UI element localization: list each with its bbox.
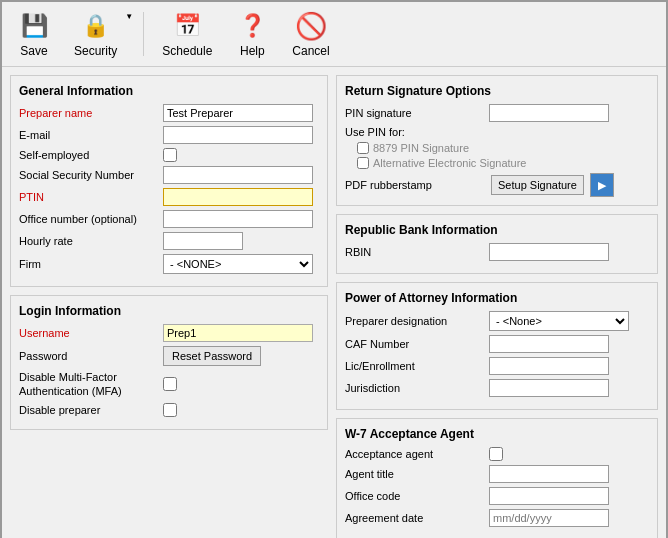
right-panel: Return Signature Options PIN signature U… [336,75,658,538]
help-button[interactable]: ❓ Help [228,6,276,62]
security-label: Security [74,44,117,58]
caf-label: CAF Number [345,338,485,350]
rbin-label: RBIN [345,246,485,258]
return-sig-title: Return Signature Options [345,84,649,98]
disable-preparer-row: Disable preparer [19,403,319,417]
pin-row: PIN signature [345,104,649,122]
w7-agent-label: Acceptance agent [345,448,485,460]
mfa-checkbox[interactable] [163,377,177,391]
mfa-label: Disable Multi-Factor Authentication (MFA… [19,370,159,399]
password-row: Password Reset Password [19,346,319,366]
ptin-input[interactable] [163,188,313,206]
login-section: Login Information Username Password Rese… [10,295,328,430]
save-label: Save [20,44,47,58]
option-alt-label: Alternative Electronic Signature [373,157,526,169]
use-pin-label: Use PIN for: [345,126,485,138]
pin-input[interactable] [489,104,609,122]
self-employed-checkbox[interactable] [163,148,177,162]
security-group: 🔒 Security ▼ [66,6,133,62]
w7-agent-row: Acceptance agent [345,447,649,461]
poa-designation-row: Preparer designation - <None> [345,311,649,331]
option-8879-label: 8879 PIN Signature [373,142,469,154]
option-8879-row: 8879 PIN Signature [345,142,649,154]
username-input[interactable] [163,324,313,342]
help-label: Help [240,44,265,58]
poa-section: Power of Attorney Information Preparer d… [336,282,658,410]
setup-signature-button[interactable]: Setup Signature [491,175,584,195]
preparer-row: Preparer name [19,104,319,122]
w7-agent-title-input[interactable] [489,465,609,483]
schedule-label: Schedule [162,44,212,58]
email-row: E-mail [19,126,319,144]
office-input[interactable] [163,210,313,228]
jurisdiction-row: Jurisdiction [345,379,649,397]
main-content: General Information Preparer name E-mail… [2,67,666,538]
mfa-row: Disable Multi-Factor Authentication (MFA… [19,370,319,399]
hourly-input[interactable] [163,232,243,250]
caf-row: CAF Number [345,335,649,353]
cancel-button[interactable]: 🚫 Cancel [284,6,337,62]
ssn-label: Social Security Number [19,169,159,181]
general-info-title: General Information [19,84,319,98]
login-title: Login Information [19,304,319,318]
firm-label: Firm [19,258,159,270]
use-pin-row: Use PIN for: [345,126,649,138]
office-label: Office number (optional) [19,213,159,225]
w7-office-input[interactable] [489,487,609,505]
save-button[interactable]: 💾 Save [10,6,58,62]
username-row: Username [19,324,319,342]
preparer-input[interactable] [163,104,313,122]
cancel-icon: 🚫 [295,10,327,42]
poa-designation-label: Preparer designation [345,315,485,327]
w7-agreement-input[interactable] [489,509,609,527]
email-input[interactable] [163,126,313,144]
w7-agent-checkbox[interactable] [489,447,503,461]
self-employed-row: Self-employed [19,148,319,162]
preparer-label: Preparer name [19,107,159,119]
left-panel: General Information Preparer name E-mail… [10,75,328,538]
reset-password-button[interactable]: Reset Password [163,346,261,366]
save-icon: 💾 [18,10,50,42]
ssn-row: Social Security Number [19,166,319,184]
main-window: 💾 Save 🔒 Security ▼ 📅 Schedule ❓ Help 🚫 … [0,0,668,538]
rbin-row: RBIN [345,243,649,261]
security-button[interactable]: 🔒 Security [66,6,125,62]
republic-bank-title: Republic Bank Information [345,223,649,237]
disable-preparer-label: Disable preparer [19,404,159,416]
w7-agent-title-label: Agent title [345,468,485,480]
option-8879-checkbox[interactable] [357,142,369,154]
option-alt-row: Alternative Electronic Signature [345,157,649,169]
cancel-label: Cancel [292,44,329,58]
help-icon: ❓ [236,10,268,42]
email-label: E-mail [19,129,159,141]
toolbar-separator [143,12,144,56]
disable-preparer-checkbox[interactable] [163,403,177,417]
caf-input[interactable] [489,335,609,353]
play-button[interactable]: ▶ [590,173,614,197]
republic-bank-section: Republic Bank Information RBIN [336,214,658,274]
ptin-row: PTIN [19,188,319,206]
w7-title: W-7 Acceptance Agent [345,427,649,441]
self-employed-label: Self-employed [19,149,159,161]
jurisdiction-label: Jurisdiction [345,382,485,394]
firm-select[interactable]: - <NONE> [163,254,313,274]
w7-title-row: Agent title [345,465,649,483]
username-label: Username [19,327,159,339]
w7-section: W-7 Acceptance Agent Acceptance agent Ag… [336,418,658,538]
security-dropdown-arrow[interactable]: ▼ [125,12,133,21]
office-row: Office number (optional) [19,210,319,228]
return-sig-section: Return Signature Options PIN signature U… [336,75,658,206]
rbin-input[interactable] [489,243,609,261]
general-info-section: General Information Preparer name E-mail… [10,75,328,287]
schedule-button[interactable]: 📅 Schedule [154,6,220,62]
schedule-icon: 📅 [171,10,203,42]
poa-title: Power of Attorney Information [345,291,649,305]
option-alt-checkbox[interactable] [357,157,369,169]
security-icon: 🔒 [80,10,112,42]
ptin-label: PTIN [19,191,159,203]
ssn-input[interactable] [163,166,313,184]
poa-designation-select[interactable]: - <None> [489,311,629,331]
w7-agreement-label: Agreement date [345,512,485,524]
jurisdiction-input[interactable] [489,379,609,397]
lic-input[interactable] [489,357,609,375]
